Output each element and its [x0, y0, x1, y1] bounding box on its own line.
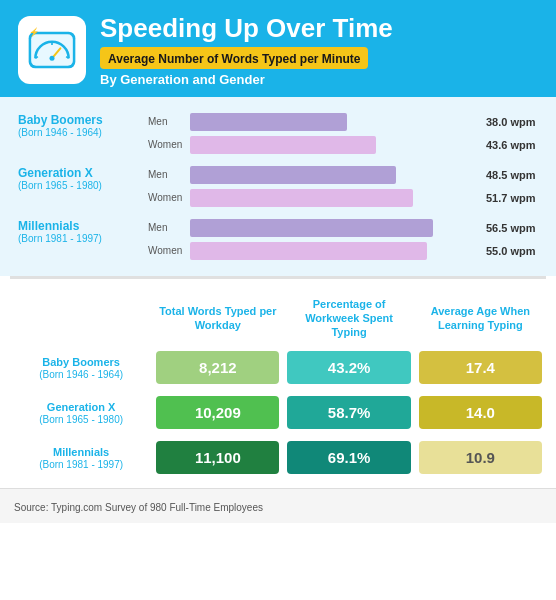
table-gen-years-bb: (Born 1946 - 1964): [14, 369, 148, 380]
bar-row-bb-women: Women 43.6 wpm: [148, 136, 538, 154]
bar-group-ml: Millennials (Born 1981 - 1997) Men 56.5 …: [18, 219, 538, 260]
data-table: Total Words Typed per Workday Percentage…: [10, 291, 546, 481]
header-icon-box: ⚡: [18, 16, 86, 84]
table-value-ml-words: 11,100: [156, 441, 279, 474]
page-title: Speeding Up Over Time: [100, 14, 393, 43]
gender-men-label-ml: Men: [148, 222, 184, 233]
gender-men-label-bb: Men: [148, 116, 184, 127]
bar-row-gx-men: Men 48.5 wpm: [148, 166, 538, 184]
gen-name-gx: Generation X: [18, 166, 148, 180]
svg-text:⚡: ⚡: [29, 27, 40, 38]
table-row-gx: Generation X (Born 1965 - 1980) 10,209 5…: [10, 390, 546, 435]
gen-years-bb: (Born 1946 - 1964): [18, 127, 148, 138]
bar-rows-ml: Men 56.5 wpm Women 55.0 wpm: [148, 219, 538, 260]
table-label-ml: Millennials (Born 1981 - 1997): [10, 435, 152, 480]
bar-chart-section: Baby Boomers (Born 1946 - 1964) Men 38.0…: [0, 97, 556, 276]
table-gen-years-gx: (Born 1965 - 1980): [14, 414, 148, 425]
bar-wpm-ml-women: 55.0 wpm: [486, 245, 538, 257]
table-col-words: Total Words Typed per Workday: [152, 291, 283, 346]
table-cell-ml-age: 10.9: [415, 435, 546, 480]
table-cell-ml-words: 11,100: [152, 435, 283, 480]
bar-rows-bb: Men 38.0 wpm Women 43.6 wpm: [148, 113, 538, 154]
header-text: Speeding Up Over Time Average Number of …: [100, 14, 393, 87]
bar-track-bb-men: [190, 113, 476, 131]
table-section: Total Words Typed per Workday Percentage…: [0, 279, 556, 489]
bar-track-gx-women: [190, 189, 476, 207]
bar-wpm-ml-men: 56.5 wpm: [486, 222, 538, 234]
table-cell-bb-pct: 43.2%: [283, 345, 414, 390]
gen-years-gx: (Born 1965 - 1980): [18, 180, 148, 191]
bar-wpm-gx-women: 51.7 wpm: [486, 192, 538, 204]
table-value-gx-pct: 58.7%: [287, 396, 410, 429]
bar-label-gx: Generation X (Born 1965 - 1980): [18, 166, 148, 191]
svg-point-6: [50, 56, 55, 61]
gen-name-ml: Millennials: [18, 219, 148, 233]
bar-fill-gx-women: [190, 189, 413, 207]
bar-group-gx: Generation X (Born 1965 - 1980) Men 48.5…: [18, 166, 538, 207]
bar-fill-ml-women: [190, 242, 427, 260]
table-row-bb: Baby Boomers (Born 1946 - 1964) 8,212 43…: [10, 345, 546, 390]
table-cell-gx-pct: 58.7%: [283, 390, 414, 435]
table-value-bb-age: 17.4: [419, 351, 542, 384]
footer-section: Source: Typing.com Survey of 980 Full-Ti…: [0, 488, 556, 523]
table-cell-gx-words: 10,209: [152, 390, 283, 435]
bar-fill-gx-men: [190, 166, 396, 184]
bar-wpm-gx-men: 48.5 wpm: [486, 169, 538, 181]
bar-row-bb-men: Men 38.0 wpm: [148, 113, 538, 131]
table-gen-years-ml: (Born 1981 - 1997): [14, 459, 148, 470]
gender-women-label-gx: Women: [148, 192, 184, 203]
table-cell-gx-age: 14.0: [415, 390, 546, 435]
gen-years-ml: (Born 1981 - 1997): [18, 233, 148, 244]
gender-women-label-bb: Women: [148, 139, 184, 150]
speedometer-icon: ⚡: [27, 25, 77, 75]
subtitle-label: Average Number of Words Typed per Minute: [108, 52, 360, 66]
table-gen-name-bb: Baby Boomers: [14, 356, 148, 369]
bar-track-ml-men: [190, 219, 476, 237]
table-gen-name-ml: Millennials: [14, 446, 148, 459]
table-value-ml-pct: 69.1%: [287, 441, 410, 474]
bar-fill-bb-men: [190, 113, 347, 131]
table-cell-bb-words: 8,212: [152, 345, 283, 390]
bar-row-ml-men: Men 56.5 wpm: [148, 219, 538, 237]
table-value-bb-pct: 43.2%: [287, 351, 410, 384]
bar-track-ml-women: [190, 242, 476, 260]
table-col-pct: Percentage of Workweek Spent Typing: [283, 291, 414, 346]
table-cell-bb-age: 17.4: [415, 345, 546, 390]
table-label-bb: Baby Boomers (Born 1946 - 1964): [10, 345, 152, 390]
table-value-ml-age: 10.9: [419, 441, 542, 474]
table-label-gx: Generation X (Born 1965 - 1980): [10, 390, 152, 435]
bar-fill-ml-men: [190, 219, 433, 237]
table-value-bb-words: 8,212: [156, 351, 279, 384]
gender-men-label-gx: Men: [148, 169, 184, 180]
table-value-gx-words: 10,209: [156, 396, 279, 429]
bar-fill-bb-women: [190, 136, 376, 154]
bar-row-gx-women: Women 51.7 wpm: [148, 189, 538, 207]
bar-group-bb: Baby Boomers (Born 1946 - 1964) Men 38.0…: [18, 113, 538, 154]
header-section: ⚡ Speeding Up Over Time Average Number o…: [0, 0, 556, 97]
bar-label-ml: Millennials (Born 1981 - 1997): [18, 219, 148, 244]
bar-label-bb: Baby Boomers (Born 1946 - 1964): [18, 113, 148, 138]
subtitle-box: Average Number of Words Typed per Minute: [100, 47, 368, 69]
bar-track-bb-women: [190, 136, 476, 154]
gender-women-label-ml: Women: [148, 245, 184, 256]
table-col-age: Average Age When Learning Typing: [415, 291, 546, 346]
bar-wpm-bb-men: 38.0 wpm: [486, 116, 538, 128]
bar-wpm-bb-women: 43.6 wpm: [486, 139, 538, 151]
subline-label: By Generation and Gender: [100, 72, 393, 87]
bar-row-ml-women: Women 55.0 wpm: [148, 242, 538, 260]
table-gen-name-gx: Generation X: [14, 401, 148, 414]
bar-track-gx-men: [190, 166, 476, 184]
table-cell-ml-pct: 69.1%: [283, 435, 414, 480]
table-row-ml: Millennials (Born 1981 - 1997) 11,100 69…: [10, 435, 546, 480]
gen-name-bb: Baby Boomers: [18, 113, 148, 127]
table-header-empty: [10, 291, 152, 346]
footer-source: Source: Typing.com Survey of 980 Full-Ti…: [14, 502, 263, 513]
table-value-gx-age: 14.0: [419, 396, 542, 429]
bar-rows-gx: Men 48.5 wpm Women 51.7 wpm: [148, 166, 538, 207]
